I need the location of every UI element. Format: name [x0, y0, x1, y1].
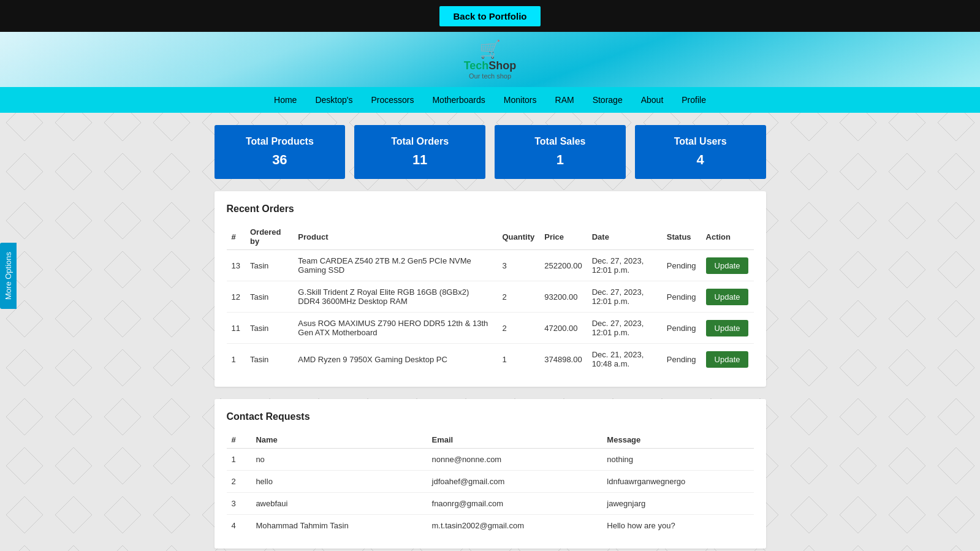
nav-about[interactable]: About [641, 95, 664, 105]
order-action: Update [701, 250, 754, 281]
nav-home[interactable]: Home [274, 95, 297, 105]
logo-shop: Shop [488, 59, 516, 72]
cr-col-name: Name [251, 431, 427, 449]
logo-text: TechShop [464, 59, 517, 72]
contact-id: 3 [227, 493, 251, 515]
order-status: Pending [662, 250, 701, 281]
col-date: Date [587, 224, 662, 250]
order-date: Dec. 21, 2023, 10:48 a.m. [587, 344, 662, 375]
contact-email: m.t.tasin2002@gmail.com [427, 515, 602, 537]
col-action: Action [701, 224, 754, 250]
nav-desktops[interactable]: Desktop's [315, 95, 352, 105]
order-by: Tasin [245, 313, 293, 344]
order-qty: 3 [498, 250, 540, 281]
nav-processors[interactable]: Processors [371, 95, 414, 105]
stat-users-value: 4 [644, 152, 757, 168]
order-row: 1 Tasin AMD Ryzen 9 7950X Gaming Desktop… [227, 344, 754, 375]
order-qty: 2 [498, 313, 540, 344]
order-product: G.Skill Trident Z Royal Elite RGB 16GB (… [293, 281, 497, 313]
update-button[interactable]: Update [706, 257, 749, 274]
stat-total-orders: Total Orders 11 [354, 125, 485, 179]
order-price: 47200.00 [539, 313, 587, 344]
nav-monitors[interactable]: Monitors [504, 95, 537, 105]
contact-email: fnaonrg@gmail.com [427, 493, 602, 515]
top-bar: Back to Portfolio [0, 0, 980, 32]
order-qty: 1 [498, 344, 540, 375]
recent-orders-table: # Ordered by Product Quantity Price Date… [227, 224, 754, 374]
back-to-portfolio-button[interactable]: Back to Portfolio [439, 6, 540, 26]
order-row: 13 Tasin Team CARDEA Z540 2TB M.2 Gen5 P… [227, 250, 754, 281]
contact-id: 2 [227, 471, 251, 493]
hero-banner: 🛒 TechShop Our tech shop [0, 32, 980, 87]
order-action: Update [701, 313, 754, 344]
order-id: 12 [227, 281, 245, 313]
col-price: Price [539, 224, 587, 250]
order-id: 13 [227, 250, 245, 281]
order-id: 1 [227, 344, 245, 375]
order-by: Tasin [245, 281, 293, 313]
contact-message: jawegnjarg [602, 493, 753, 515]
recent-orders-title: Recent Orders [227, 203, 754, 215]
stat-total-products: Total Products 36 [215, 125, 346, 179]
order-qty: 2 [498, 281, 540, 313]
contact-row: 1 no nonne@nonne.com nothing [227, 449, 754, 471]
nav-motherboards[interactable]: Motherboards [432, 95, 485, 105]
cr-col-message: Message [602, 431, 753, 449]
order-action: Update [701, 281, 754, 313]
col-id: # [227, 224, 245, 250]
stat-products-value: 36 [224, 152, 336, 168]
cr-col-id: # [227, 431, 251, 449]
recent-orders-section: Recent Orders # Ordered by Product Quant… [215, 191, 766, 387]
main-content: Total Products 36 Total Orders 11 Total … [208, 113, 772, 551]
contact-id: 4 [227, 515, 251, 537]
stat-total-users: Total Users 4 [635, 125, 766, 179]
order-action: Update [701, 344, 754, 375]
cr-col-email: Email [427, 431, 602, 449]
stat-users-label: Total Users [644, 136, 757, 147]
contact-row: 4 Mohammad Tahmim Tasin m.t.tasin2002@gm… [227, 515, 754, 537]
contact-row: 3 awebfaui fnaonrg@gmail.com jawegnjarg [227, 493, 754, 515]
update-button[interactable]: Update [706, 320, 749, 336]
stat-orders-label: Total Orders [363, 136, 476, 147]
order-price: 93200.00 [539, 281, 587, 313]
order-row: 11 Tasin Asus ROG MAXIMUS Z790 HERO DDR5… [227, 313, 754, 344]
order-product: Team CARDEA Z540 2TB M.2 Gen5 PCIe NVMe … [293, 250, 497, 281]
order-date: Dec. 27, 2023, 12:01 p.m. [587, 281, 662, 313]
stat-sales-label: Total Sales [504, 136, 617, 147]
update-button[interactable]: Update [706, 289, 749, 305]
logo-area: 🛒 TechShop Our tech shop [464, 39, 517, 80]
order-date: Dec. 27, 2023, 12:01 p.m. [587, 313, 662, 344]
col-quantity: Quantity [498, 224, 540, 250]
cart-icon: 🛒 [479, 39, 501, 59]
stat-sales-value: 1 [504, 152, 617, 168]
contact-message: ldnfuawrganwegnergo [602, 471, 753, 493]
contact-name: awebfaui [251, 493, 427, 515]
nav-bar: Home Desktop's Processors Motherboards M… [0, 87, 980, 113]
contact-name: Mohammad Tahmim Tasin [251, 515, 427, 537]
contact-row: 2 hello jdfoahef@gmail.com ldnfuawrganwe… [227, 471, 754, 493]
stat-total-sales: Total Sales 1 [495, 125, 626, 179]
contact-requests-table: # Name Email Message 1 no nonne@nonne.co… [227, 431, 754, 536]
contact-id: 1 [227, 449, 251, 471]
order-status: Pending [662, 281, 701, 313]
nav-profile[interactable]: Profile [682, 95, 706, 105]
order-status: Pending [662, 344, 701, 375]
order-price: 374898.00 [539, 344, 587, 375]
more-options-tab[interactable]: More Options [0, 242, 17, 308]
contact-requests-title: Contact Requests [227, 411, 754, 422]
order-row: 12 Tasin G.Skill Trident Z Royal Elite R… [227, 281, 754, 313]
nav-storage[interactable]: Storage [593, 95, 623, 105]
contact-email: nonne@nonne.com [427, 449, 602, 471]
update-button[interactable]: Update [706, 351, 749, 368]
order-id: 11 [227, 313, 245, 344]
contact-name: hello [251, 471, 427, 493]
logo-tech: Tech [464, 59, 489, 72]
nav-ram[interactable]: RAM [555, 95, 574, 105]
stat-products-label: Total Products [224, 136, 336, 147]
contact-message: nothing [602, 449, 753, 471]
col-status: Status [662, 224, 701, 250]
order-price: 252200.00 [539, 250, 587, 281]
order-by: Tasin [245, 250, 293, 281]
contact-message: Hello how are you? [602, 515, 753, 537]
logo-tagline: Our tech shop [469, 72, 511, 80]
